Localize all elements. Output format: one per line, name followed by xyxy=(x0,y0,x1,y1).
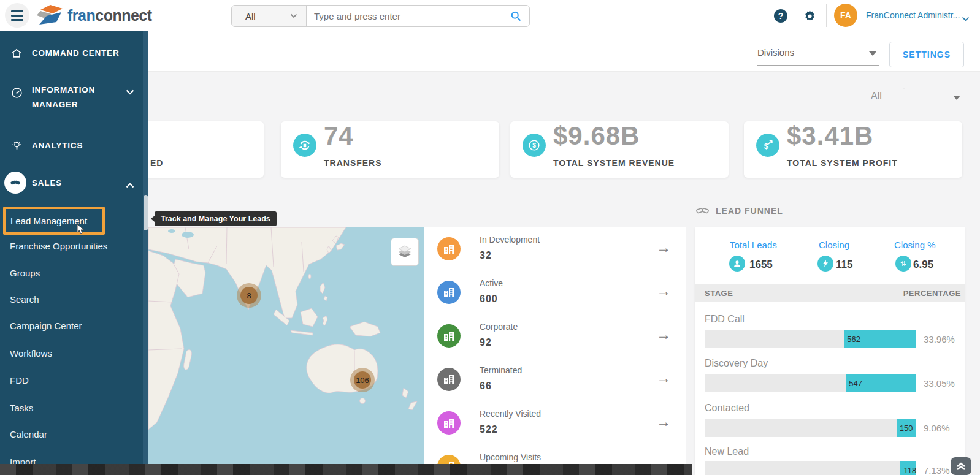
status-row-corporate[interactable]: Corporate 92 → xyxy=(424,314,686,359)
help-button[interactable]: ? xyxy=(773,9,788,23)
sidebar-item-information-manager[interactable]: INFORMATION MANAGER xyxy=(0,82,148,116)
sidebar-item-franchise-opportunities[interactable]: Franchise Opportunities xyxy=(10,241,107,251)
all-filter-value: All xyxy=(871,91,882,102)
building-icon xyxy=(437,324,461,348)
map-cluster[interactable]: 8 xyxy=(237,283,261,308)
status-row-recently-visited[interactable]: Recently Visited 522 → xyxy=(424,401,686,446)
percentage-column-header: PERCENTAGE xyxy=(903,289,961,298)
bolt-icon xyxy=(817,256,833,272)
lead-funnel-header: LEAD FUNNEL xyxy=(695,203,783,218)
chevron-down-icon[interactable] xyxy=(126,86,134,97)
funnel-bar-value: 150 xyxy=(900,424,913,433)
funnel-table-header: STAGE PERCENTAGE xyxy=(695,284,965,302)
settings-gear-button[interactable] xyxy=(802,9,817,23)
funnel-bar-track: 562 xyxy=(705,330,916,348)
closing-percent-link[interactable]: Closing % xyxy=(894,240,936,250)
franconnect-logo-mark xyxy=(34,4,64,27)
status-value: 522 xyxy=(480,424,498,435)
arrow-right-icon[interactable]: → xyxy=(656,413,671,430)
chevron-down-icon[interactable] xyxy=(962,13,970,24)
sidebar-item-label: Lead Management xyxy=(6,216,87,226)
funnel-stage-label: Discovery Day xyxy=(705,358,768,369)
avatar[interactable]: FA xyxy=(834,4,857,27)
scroll-to-top-button[interactable] xyxy=(951,457,971,475)
sort-arrows-icon xyxy=(895,256,911,272)
funnel-bar-value: 562 xyxy=(847,335,860,344)
arrow-right-icon[interactable]: → xyxy=(656,370,671,387)
sidebar-scrollbar-thumb[interactable] xyxy=(144,195,148,230)
sidebar-item-analytics[interactable]: ANALYTICS xyxy=(0,136,148,158)
funnel-stage-label: Contacted xyxy=(705,403,749,414)
arrow-right-icon[interactable]: → xyxy=(656,326,671,343)
sidebar-item-tasks[interactable]: Tasks xyxy=(10,403,33,413)
stat-card-profit[interactable]: $ $3.41B TOTAL SYSTEM PROFIT xyxy=(744,121,962,178)
sidebar-item-groups[interactable]: Groups xyxy=(10,268,40,278)
chevron-down-icon xyxy=(953,96,960,100)
stat-card-revenue[interactable]: $ $9.68B TOTAL SYSTEM REVENUE xyxy=(510,121,729,178)
dollar-icon: $ xyxy=(523,134,546,157)
search-icon xyxy=(510,10,522,22)
total-leads-link[interactable]: Total Leads xyxy=(730,240,777,250)
status-label: Upcoming Visits xyxy=(480,452,541,462)
chevron-up-icon[interactable] xyxy=(126,180,134,191)
stat-card-transfers[interactable]: 74 TRANSFERS xyxy=(281,121,499,178)
lead-funnel-title: LEAD FUNNEL xyxy=(716,206,783,216)
sidebar-item-sales[interactable]: SALES xyxy=(0,170,148,197)
search-input[interactable] xyxy=(307,11,502,21)
gauge-icon xyxy=(10,86,23,99)
user-menu[interactable]: FranConnect Administr... xyxy=(866,10,960,20)
stat-card-value: $9.68B xyxy=(553,121,640,151)
tooltip: Track and Manage Your Leads xyxy=(155,211,277,226)
funnel-stage-label: New Lead xyxy=(705,446,749,457)
building-icon xyxy=(437,281,461,304)
bottom-taskbar-strip xyxy=(0,464,692,475)
sidebar-item-command-center[interactable]: COMMAND CENTER xyxy=(0,44,148,66)
divisions-dropdown[interactable]: Divisions xyxy=(757,47,879,58)
arrow-right-icon[interactable]: → xyxy=(656,239,671,256)
map-cluster[interactable]: 106 xyxy=(350,368,375,392)
sidebar-item-calendar[interactable]: Calendar xyxy=(10,429,47,439)
status-label: Terminated xyxy=(480,365,522,375)
map-layers-button[interactable] xyxy=(391,238,419,266)
sidebar-item-campaign-center[interactable]: Campaign Center xyxy=(10,321,82,331)
status-label: Recently Visited xyxy=(480,409,541,419)
status-value: 32 xyxy=(480,250,492,261)
status-row-terminated[interactable]: Terminated 66 → xyxy=(424,358,686,402)
hamburger-menu-icon[interactable] xyxy=(5,3,29,28)
sidebar-item-search[interactable]: Search xyxy=(10,294,39,305)
closing-percent-value: 6.95 xyxy=(913,259,933,271)
funnel-bar-value: 547 xyxy=(849,379,862,388)
home-icon xyxy=(10,47,23,60)
svg-text:$: $ xyxy=(764,142,768,151)
logo-text: franconnect xyxy=(67,7,152,25)
sidebar-item-workflows[interactable]: Workflows xyxy=(10,348,52,359)
funnel-bar-track: 150 xyxy=(705,419,916,437)
gear-icon xyxy=(803,9,817,23)
status-row-active[interactable]: Active 600 → xyxy=(424,271,686,315)
world-map-graphic xyxy=(148,227,424,465)
leads-map[interactable]: 8 106 xyxy=(148,227,424,465)
sidebar-item-label-line2: MANAGER xyxy=(32,100,78,109)
search-scope-dropdown[interactable]: All xyxy=(232,6,307,26)
status-row-in-development[interactable]: In Development 32 → xyxy=(424,227,686,272)
topbar-divider xyxy=(826,4,827,27)
sidebar-item-fdd[interactable]: FDD xyxy=(10,375,29,386)
status-label: In Development xyxy=(480,235,540,245)
search-button[interactable] xyxy=(502,6,529,26)
franconnect-dashboard: Divisions SETTINGS - All ED 74 TRANSFERS xyxy=(0,0,980,475)
handshake-icon xyxy=(4,172,26,194)
settings-button[interactable]: SETTINGS xyxy=(889,42,964,67)
stat-card-value: 74 xyxy=(324,121,354,151)
closing-value: 115 xyxy=(836,259,852,271)
franconnect-logo[interactable]: franconnect xyxy=(34,4,152,27)
funnel-percentage: 33.96% xyxy=(924,334,955,344)
funnel-percentage: 7.13% xyxy=(924,465,950,475)
chevron-down-icon xyxy=(869,51,876,56)
sidebar-item-lead-management[interactable]: Lead Management xyxy=(3,207,105,235)
arrow-right-icon[interactable]: → xyxy=(656,283,671,300)
search-scope-value: All xyxy=(245,11,256,21)
closing-link[interactable]: Closing xyxy=(819,240,849,250)
sidebar-scrollbar-track[interactable] xyxy=(143,31,148,475)
map-cluster-count: 106 xyxy=(354,371,371,389)
stat-card-label: TOTAL SYSTEM PROFIT xyxy=(787,158,898,168)
